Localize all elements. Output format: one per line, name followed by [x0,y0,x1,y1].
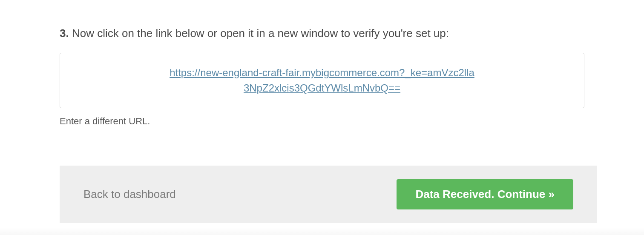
verify-url-link[interactable]: https://new-england-craft-fair.mybigcomm… [169,65,475,96]
verify-link-box: https://new-england-craft-fair.mybigcomm… [60,53,584,108]
step-heading: 3. Now click on the link below or open i… [60,26,584,41]
enter-different-url-link[interactable]: Enter a different URL. [60,116,150,128]
continue-button[interactable]: Data Received. Continue » [397,179,573,209]
back-to-dashboard-link[interactable]: Back to dashboard [83,188,176,201]
bottom-shadow [0,227,644,235]
step-instruction-text: Now click on the link below or open it i… [72,27,449,40]
step-number: 3. [60,27,69,40]
footer-bar: Back to dashboard Data Received. Continu… [60,166,597,223]
